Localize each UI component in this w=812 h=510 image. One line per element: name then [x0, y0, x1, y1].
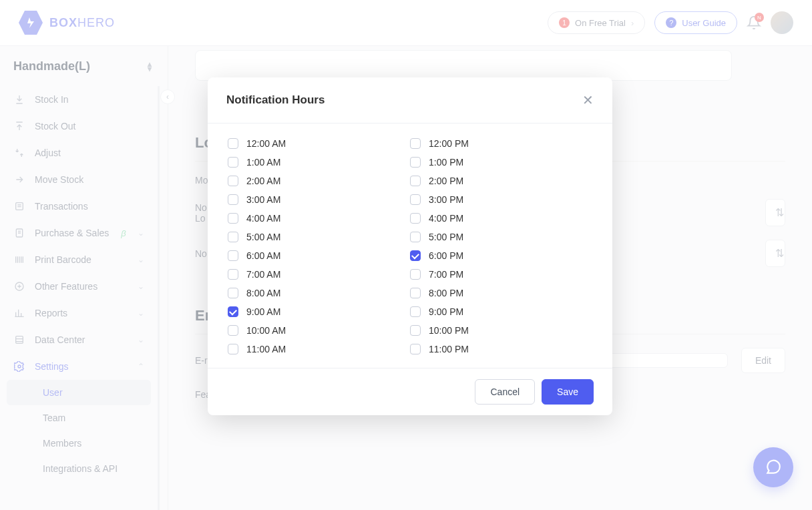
hour-checkbox-item[interactable]: 6:00 AM [228, 250, 410, 261]
checkbox-icon[interactable] [410, 176, 421, 186]
hour-checkbox-item[interactable]: 1:00 AM [228, 157, 410, 168]
hour-checkbox-item[interactable]: 3:00 AM [228, 194, 410, 205]
checkbox-icon[interactable] [410, 325, 421, 336]
hour-label: 12:00 PM [429, 138, 469, 149]
checkbox-icon[interactable] [410, 269, 421, 280]
hour-checkbox-item[interactable]: 12:00 PM [410, 138, 592, 149]
close-icon[interactable]: ✕ [582, 92, 594, 108]
hour-checkbox-item[interactable]: 7:00 AM [228, 269, 410, 280]
hour-label: 10:00 PM [429, 325, 469, 336]
hour-checkbox-item[interactable]: 1:00 PM [410, 157, 592, 168]
checkbox-icon[interactable] [410, 232, 421, 242]
checkbox-icon[interactable] [228, 325, 238, 336]
modal-footer: Cancel Save [208, 368, 612, 415]
hour-checkbox-item[interactable]: 4:00 AM [228, 213, 410, 224]
hour-checkbox-item[interactable]: 7:00 PM [410, 269, 592, 280]
modal-header: Notification Hours ✕ [208, 77, 612, 123]
hour-checkbox-item[interactable]: 4:00 PM [410, 213, 592, 224]
hour-checkbox-item[interactable]: 5:00 PM [410, 232, 592, 242]
hour-checkbox-item[interactable]: 12:00 AM [228, 138, 410, 149]
hour-checkbox-item[interactable]: 9:00 PM [410, 306, 592, 317]
hours-column-am: 12:00 AM1:00 AM2:00 AM3:00 AM4:00 AM5:00… [228, 138, 410, 354]
checkbox-icon[interactable] [228, 138, 238, 149]
checkbox-icon[interactable] [228, 157, 238, 168]
hour-label: 7:00 PM [429, 269, 463, 280]
hour-label: 1:00 AM [246, 157, 280, 168]
checkbox-icon[interactable] [228, 213, 238, 224]
hour-label: 7:00 AM [246, 269, 280, 280]
hour-checkbox-item[interactable]: 11:00 PM [410, 344, 592, 354]
hour-label: 4:00 AM [246, 213, 280, 224]
hour-label: 2:00 PM [429, 176, 463, 186]
hour-label: 11:00 AM [246, 344, 286, 354]
checkbox-icon[interactable] [410, 250, 421, 261]
checkbox-icon[interactable] [228, 269, 238, 280]
hour-label: 3:00 AM [246, 194, 280, 205]
checkbox-icon[interactable] [410, 288, 421, 298]
modal-title: Notification Hours [226, 93, 325, 107]
hour-label: 8:00 PM [429, 288, 463, 298]
checkbox-icon[interactable] [410, 213, 421, 224]
hour-checkbox-item[interactable]: 11:00 AM [228, 344, 410, 354]
hour-label: 6:00 AM [246, 250, 280, 261]
hour-checkbox-item[interactable]: 8:00 AM [228, 288, 410, 298]
checkbox-icon[interactable] [228, 306, 238, 317]
hour-checkbox-item[interactable]: 2:00 AM [228, 176, 410, 186]
hour-label: 9:00 PM [429, 306, 463, 317]
checkbox-icon[interactable] [228, 250, 238, 261]
checkbox-icon[interactable] [410, 344, 421, 354]
hour-label: 12:00 AM [246, 138, 286, 149]
hour-checkbox-item[interactable]: 8:00 PM [410, 288, 592, 298]
hour-label: 2:00 AM [246, 176, 280, 186]
hour-label: 11:00 PM [429, 344, 469, 354]
checkbox-icon[interactable] [410, 138, 421, 149]
checkbox-icon[interactable] [410, 306, 421, 317]
hour-label: 5:00 PM [429, 232, 463, 242]
hour-label: 8:00 AM [246, 288, 280, 298]
checkbox-icon[interactable] [228, 176, 238, 186]
notification-hours-modal: Notification Hours ✕ 12:00 AM1:00 AM2:00… [208, 77, 612, 415]
hour-label: 9:00 AM [246, 306, 280, 317]
checkbox-icon[interactable] [228, 344, 238, 354]
hour-checkbox-item[interactable]: 10:00 PM [410, 325, 592, 336]
checkbox-icon[interactable] [228, 194, 238, 205]
hour-checkbox-item[interactable]: 9:00 AM [228, 306, 410, 317]
cancel-button[interactable]: Cancel [475, 379, 535, 405]
hour-checkbox-item[interactable]: 10:00 AM [228, 325, 410, 336]
checkbox-icon[interactable] [410, 194, 421, 205]
hour-label: 4:00 PM [429, 213, 463, 224]
hour-label: 10:00 AM [246, 325, 286, 336]
checkbox-icon[interactable] [228, 232, 238, 242]
hour-checkbox-item[interactable]: 2:00 PM [410, 176, 592, 186]
checkbox-icon[interactable] [228, 288, 238, 298]
hour-label: 6:00 PM [429, 250, 463, 261]
hour-label: 3:00 PM [429, 194, 463, 205]
hour-checkbox-item[interactable]: 5:00 AM [228, 232, 410, 242]
hour-label: 5:00 AM [246, 232, 280, 242]
hour-label: 1:00 PM [429, 157, 463, 168]
save-button[interactable]: Save [542, 379, 594, 405]
checkbox-icon[interactable] [410, 157, 421, 168]
modal-body: 12:00 AM1:00 AM2:00 AM3:00 AM4:00 AM5:00… [208, 123, 612, 368]
hour-checkbox-item[interactable]: 3:00 PM [410, 194, 592, 205]
hours-column-pm: 12:00 PM1:00 PM2:00 PM3:00 PM4:00 PM5:00… [410, 138, 592, 354]
hour-checkbox-item[interactable]: 6:00 PM [410, 250, 592, 261]
